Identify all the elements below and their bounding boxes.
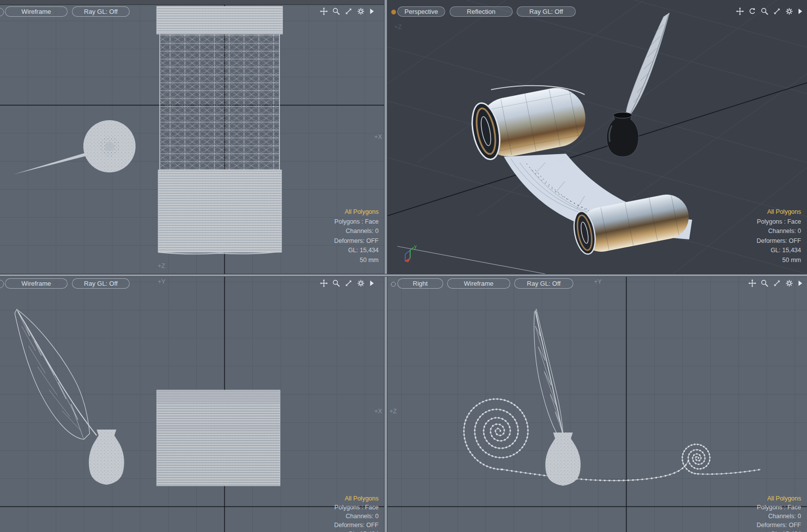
expand-arrow-icon[interactable] bbox=[798, 280, 803, 287]
pan-icon[interactable] bbox=[748, 279, 756, 287]
selection-mode-readout: Polygons : Face bbox=[334, 217, 379, 227]
pan-icon[interactable] bbox=[320, 279, 328, 287]
focal-length-readout: 50 mm bbox=[334, 256, 379, 266]
axis-label-x: +X bbox=[374, 133, 382, 140]
rotate-icon[interactable] bbox=[748, 7, 756, 15]
zoom-icon[interactable] bbox=[761, 279, 769, 287]
top-view-canvas[interactable] bbox=[0, 0, 384, 274]
maximize-icon[interactable] bbox=[345, 279, 352, 287]
axis-gizmo-icon: y bbox=[405, 244, 417, 262]
window-edge bbox=[0, 0, 384, 5]
viewport-mode-dot[interactable] bbox=[391, 9, 396, 15]
shading-mode-button[interactable]: Reflection bbox=[450, 6, 513, 17]
settings-gear-icon[interactable] bbox=[785, 279, 793, 287]
right-view-canvas[interactable] bbox=[387, 277, 807, 532]
viewport-header: Perspective Reflection Ray GL: Off bbox=[387, 6, 807, 17]
viewport-front[interactable]: Wireframe Ray GL: Off +Y +X All Polygons… bbox=[0, 277, 384, 532]
viewport-header: Wireframe Ray GL: Off bbox=[0, 278, 384, 289]
ray-gl-button[interactable]: Ray GL: Off bbox=[72, 6, 130, 17]
axis-label-z: +Z bbox=[389, 408, 397, 415]
zoom-icon[interactable] bbox=[332, 279, 340, 287]
expand-arrow-icon[interactable] bbox=[798, 8, 803, 15]
selection-set-readout: All Polygons bbox=[334, 207, 379, 217]
deformers-readout: Deformers: OFF bbox=[757, 236, 801, 246]
maximize-icon[interactable] bbox=[773, 279, 781, 287]
perspective-canvas[interactable]: y bbox=[387, 0, 807, 274]
deformers-readout: Deformers: OFF bbox=[757, 521, 801, 530]
zoom-icon[interactable] bbox=[761, 7, 769, 15]
viewport-info-readout: All Polygons Polygons : Face Channels: 0… bbox=[757, 207, 801, 265]
viewport-top-left[interactable]: Wireframe Ray GL: Off +X +Z All Polygons… bbox=[0, 0, 384, 274]
viewport-info-readout: All Polygons Polygons : Face Channels: 0… bbox=[757, 494, 801, 532]
deformers-readout: Deformers: OFF bbox=[334, 521, 379, 530]
shading-mode-button[interactable]: Wireframe bbox=[5, 6, 68, 17]
axis-label-x: +X bbox=[374, 408, 382, 415]
selection-set-readout: All Polygons bbox=[757, 207, 801, 217]
settings-gear-icon[interactable] bbox=[785, 7, 793, 15]
selection-mode-readout: Polygons : Face bbox=[757, 217, 801, 227]
viewport-tab-stub[interactable] bbox=[0, 280, 4, 288]
view-type-button[interactable]: Perspective bbox=[397, 6, 445, 17]
viewport-header: Right Wireframe Ray GL: Off bbox=[387, 278, 807, 289]
viewport-tab-stub[interactable] bbox=[0, 8, 4, 16]
viewport-perspective[interactable]: y Perspective Reflection Ray GL: Off +Z … bbox=[387, 0, 807, 274]
pan-icon[interactable] bbox=[320, 7, 328, 15]
viewport-right[interactable]: Right Wireframe Ray GL: Off +Y +Z All Po… bbox=[387, 277, 807, 532]
gl-polycount-readout: GL: 15,434 bbox=[757, 530, 801, 532]
channels-readout: Channels: 0 bbox=[334, 512, 379, 521]
gizmo-axis-label: y bbox=[414, 244, 417, 249]
zoom-icon[interactable] bbox=[332, 7, 340, 15]
shading-mode-button[interactable]: Wireframe bbox=[5, 278, 68, 289]
expand-arrow-icon[interactable] bbox=[369, 8, 375, 15]
horizontal-splitter[interactable] bbox=[0, 274, 807, 277]
maximize-icon[interactable] bbox=[773, 7, 781, 15]
selection-set-readout: All Polygons bbox=[334, 494, 379, 503]
channels-readout: Channels: 0 bbox=[334, 227, 379, 236]
shading-mode-button[interactable]: Wireframe bbox=[447, 278, 510, 289]
axis-label-z: +Z bbox=[158, 263, 165, 269]
view-type-button[interactable]: Right bbox=[397, 278, 443, 289]
axis-label-z: +Z bbox=[394, 24, 402, 31]
viewport-mode-dot[interactable] bbox=[391, 282, 396, 287]
gl-polycount-readout: GL: 15,434 bbox=[334, 246, 379, 256]
ray-gl-button[interactable]: Ray GL: Off bbox=[514, 278, 573, 289]
ray-gl-button[interactable]: Ray GL: Off bbox=[72, 278, 130, 289]
viewport-info-readout: All Polygons Polygons : Face Channels: 0… bbox=[334, 207, 379, 265]
selection-mode-readout: Polygons : Face bbox=[334, 503, 379, 512]
selection-mode-readout: Polygons : Face bbox=[757, 503, 801, 512]
modeling-app-quad-view: Wireframe Ray GL: Off +X +Z All Polygons… bbox=[0, 0, 807, 532]
front-view-canvas[interactable] bbox=[0, 277, 384, 532]
maximize-icon[interactable] bbox=[345, 7, 352, 15]
viewport-header: Wireframe Ray GL: Off bbox=[0, 6, 384, 17]
settings-gear-icon[interactable] bbox=[357, 7, 365, 15]
gl-polycount-readout: GL: 15,434 bbox=[334, 530, 379, 532]
viewport-info-readout: All Polygons Polygons : Face Channels: 0… bbox=[334, 494, 379, 532]
expand-arrow-icon[interactable] bbox=[369, 280, 375, 287]
pan-icon[interactable] bbox=[736, 7, 744, 15]
selection-set-readout: All Polygons bbox=[757, 494, 801, 503]
deformers-readout: Deformers: OFF bbox=[334, 236, 379, 246]
vertical-splitter[interactable] bbox=[384, 0, 387, 532]
channels-readout: Channels: 0 bbox=[757, 227, 801, 236]
focal-length-readout: 50 mm bbox=[757, 256, 801, 266]
ray-gl-button[interactable]: Ray GL: Off bbox=[517, 6, 576, 17]
channels-readout: Channels: 0 bbox=[757, 512, 801, 521]
settings-gear-icon[interactable] bbox=[357, 279, 365, 287]
gl-polycount-readout: GL: 15,434 bbox=[757, 246, 801, 256]
